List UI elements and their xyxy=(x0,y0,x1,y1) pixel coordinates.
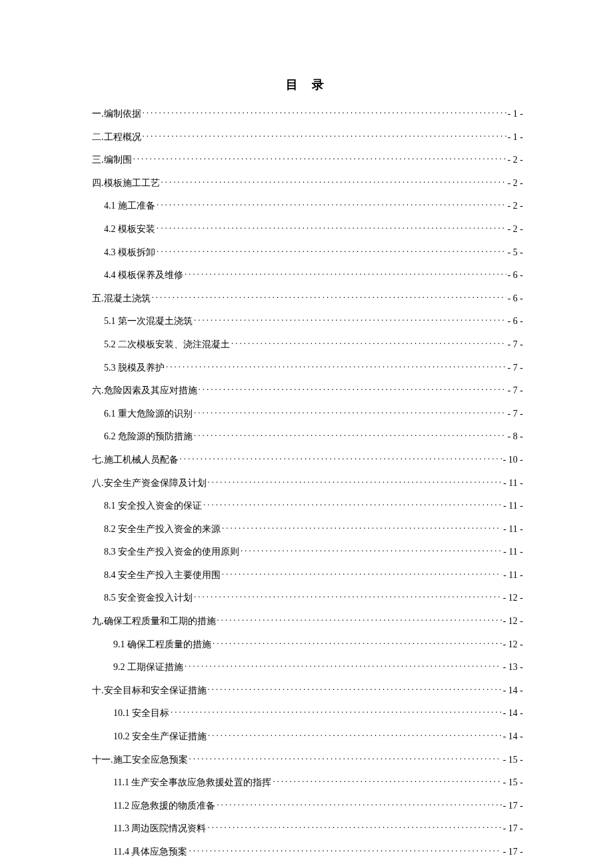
toc-entry-label: 七.施工机械人员配备 xyxy=(92,454,179,466)
toc-entry[interactable]: 七.施工机械人员配备- 10 - xyxy=(92,453,523,466)
toc-entry-label: 5.3 脱模及养护 xyxy=(104,362,165,374)
toc-entry-label: 八.安全生产资金保障及计划 xyxy=(92,477,207,489)
toc-entry-label: 9.1 确保工程质量的措施 xyxy=(113,639,211,651)
toc-entry-label: 4.2 模板安装 xyxy=(104,223,155,235)
toc-entry-label: 一.编制依据 xyxy=(92,108,141,120)
toc-leader-dots xyxy=(157,199,506,209)
toc-leader-dots xyxy=(241,545,502,555)
toc-leader-dots xyxy=(194,430,506,439)
toc-entry-page: - 15 - xyxy=(503,777,523,788)
toc-entry[interactable]: 10.1 安全目标- 14 - xyxy=(92,707,523,719)
toc-entry[interactable]: 11.3 周边医院情况资料- 17 - xyxy=(92,822,523,835)
toc-entry[interactable]: 一.编制依据- 1 - xyxy=(92,107,523,120)
toc-entry-page: - 1 - xyxy=(508,109,523,119)
toc-entry[interactable]: 6.2 危险源的预防措施- 8 - xyxy=(92,430,523,443)
toc-entry[interactable]: 9.2 工期保证措施- 13 - xyxy=(92,661,523,673)
toc-entry-page: - 11 - xyxy=(503,547,523,557)
toc-leader-dots xyxy=(189,845,501,855)
toc-entry-label: 十一.施工安全应急预案 xyxy=(92,754,188,766)
toc-entry-page: - 6 - xyxy=(508,293,523,304)
toc-entry[interactable]: 11.1 生产安全事故应急救援处置的指挥- 15 - xyxy=(92,776,523,789)
toc-entry-label: 8.4 安全生产投入主要使用围 xyxy=(104,569,221,581)
toc-leader-dots xyxy=(208,684,502,693)
toc-entry[interactable]: 八.安全生产资金保障及计划- 11 - xyxy=(92,477,523,489)
toc-entry-label: 6.2 危险源的预防措施 xyxy=(104,431,193,443)
toc-entry-label: 六.危险因素及其应对措施 xyxy=(92,385,197,397)
toc-entry-page: - 8 - xyxy=(508,431,523,442)
toc-leader-dots xyxy=(273,776,501,785)
toc-entry-page: - 2 - xyxy=(508,201,523,211)
toc-entry[interactable]: 8.4 安全生产投入主要使用围- 11 - xyxy=(92,569,523,581)
toc-entry-page: - 1 - xyxy=(508,132,523,143)
toc-entry-page: - 6 - xyxy=(508,316,523,327)
toc-entry-page: - 17 - xyxy=(503,801,523,811)
toc-entry-page: - 14 - xyxy=(503,708,523,719)
document-page: 目 录 一.编制依据- 1 -二.工程概况- 1 -三.编制围- 2 -四.模板… xyxy=(0,0,613,868)
toc-entry[interactable]: 9.1 确保工程质量的措施- 12 - xyxy=(92,638,523,651)
toc-entry-page: - 2 - xyxy=(508,155,523,165)
toc-entry[interactable]: 8.1 安全投入资金的保证- 11 - xyxy=(92,499,523,512)
toc-entry[interactable]: 六.危险因素及其应对措施- 7 - xyxy=(92,384,523,397)
toc-entry[interactable]: 九.确保工程质量和工期的措施- 12 - xyxy=(92,615,523,627)
toc-entry-page: - 7 - xyxy=(508,339,523,350)
toc-leader-dots xyxy=(194,407,506,417)
toc-entry-page: - 13 - xyxy=(503,662,523,673)
toc-entry-page: - 11 - xyxy=(503,478,523,489)
toc-leader-dots xyxy=(189,753,502,763)
toc-entry[interactable]: 5.3 脱模及养护- 7 - xyxy=(92,361,523,374)
toc-entry[interactable]: 11.2 应急救援的物质准备- 17 - xyxy=(92,799,523,812)
toc-entry[interactable]: 5.2 二次模板安装、浇注混凝土- 7 - xyxy=(92,338,523,351)
toc-entry-page: - 17 - xyxy=(503,823,523,834)
toc-entry-page: - 11 - xyxy=(503,501,523,511)
toc-leader-dots xyxy=(217,799,501,809)
toc-entry[interactable]: 8.3 安全生产投入资金的使用原则- 11 - xyxy=(92,545,523,558)
toc-entry-label: 二.工程概况 xyxy=(92,131,141,143)
toc-entry-label: 九.确保工程质量和工期的措施 xyxy=(92,615,216,627)
toc-leader-dots xyxy=(231,338,506,347)
toc-entry[interactable]: 5.1 第一次混凝土浇筑- 6 - xyxy=(92,315,523,327)
toc-entry-page: - 5 - xyxy=(508,247,523,258)
toc-entry-label: 4.1 施工准备 xyxy=(104,200,155,212)
toc-entry[interactable]: 4.1 施工准备- 2 - xyxy=(92,199,523,212)
toc-entry[interactable]: 五.混凝土浇筑- 6 - xyxy=(92,292,523,305)
toc-entry[interactable]: 十.安全目标和安全保证措施- 14 - xyxy=(92,684,523,697)
toc-entry-label: 8.5 安全资金投入计划 xyxy=(104,592,193,604)
toc-entry[interactable]: 4.2 模板安装- 2 - xyxy=(92,223,523,235)
toc-entry-label: 10.2 安全生产保证措施 xyxy=(113,731,207,743)
toc-entry[interactable]: 8.2 安全生产投入资金的来源- 11 - xyxy=(92,523,523,535)
toc-entry-label: 4.4 模板保养及维修 xyxy=(104,269,183,281)
toc-entry-label: 四.模板施工工艺 xyxy=(92,177,160,189)
toc-entry[interactable]: 4.3 模板拆卸- 5 - xyxy=(92,246,523,259)
toc-entry-label: 9.2 工期保证措施 xyxy=(113,661,183,673)
toc-entry[interactable]: 11.4 具体应急预案- 17 - xyxy=(92,845,523,858)
toc-entry-label: 三.编制围 xyxy=(92,154,132,166)
toc-entry[interactable]: 二.工程概况- 1 - xyxy=(92,131,523,143)
toc-entry-label: 10.1 安全目标 xyxy=(113,707,169,719)
toc-entry-label: 8.2 安全生产投入资金的来源 xyxy=(104,523,221,535)
toc-entry-page: - 14 - xyxy=(503,685,523,696)
toc-entry[interactable]: 8.5 安全资金投入计划- 12 - xyxy=(92,591,523,604)
toc-entry-label: 11.2 应急救援的物质准备 xyxy=(113,800,215,812)
toc-entry-page: - 12 - xyxy=(503,639,523,650)
toc-entry[interactable]: 十一.施工安全应急预案- 15 - xyxy=(92,753,523,766)
toc-entry[interactable]: 三.编制围- 2 - xyxy=(92,153,523,166)
toc-leader-dots xyxy=(143,131,506,140)
toc-leader-dots xyxy=(199,384,506,393)
toc-entry-label: 十.安全目标和安全保证措施 xyxy=(92,685,207,697)
toc-leader-dots xyxy=(133,153,506,163)
toc-entry-page: - 12 - xyxy=(503,616,523,627)
toc-entry-page: - 2 - xyxy=(508,178,523,189)
toc-entry-label: 5.1 第一次混凝土浇筑 xyxy=(104,315,193,327)
toc-entry-page: - 2 - xyxy=(508,224,523,235)
toc-entry-page: - 11 - xyxy=(503,570,523,581)
toc-entry-label: 8.1 安全投入资金的保证 xyxy=(104,500,202,512)
toc-entry-page: - 7 - xyxy=(508,385,523,396)
toc-entry-label: 5.2 二次模板安装、浇注混凝土 xyxy=(104,339,230,351)
toc-entry[interactable]: 4.4 模板保养及维修- 6 - xyxy=(92,269,523,281)
toc-leader-dots xyxy=(161,177,506,186)
toc-entry[interactable]: 10.2 安全生产保证措施- 14 - xyxy=(92,730,523,743)
toc-entry[interactable]: 6.1 重大危险源的识别- 7 - xyxy=(92,407,523,420)
toc-leader-dots xyxy=(143,107,506,117)
toc-entry[interactable]: 四.模板施工工艺- 2 - xyxy=(92,177,523,189)
toc-entry-page: - 7 - xyxy=(508,363,523,373)
